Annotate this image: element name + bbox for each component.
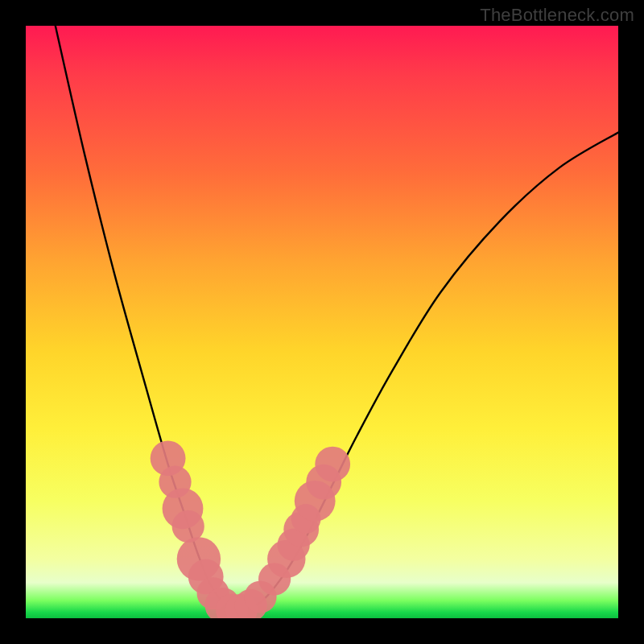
chart-svg: [26, 26, 618, 618]
watermark-text: TheBottleneck.com: [480, 5, 634, 26]
plot-area: [26, 26, 618, 618]
bottleneck-curve-line: [56, 26, 618, 610]
chart-frame: TheBottleneck.com: [0, 0, 644, 644]
highlight-point: [315, 447, 350, 482]
highlighted-points-group: [151, 440, 350, 618]
